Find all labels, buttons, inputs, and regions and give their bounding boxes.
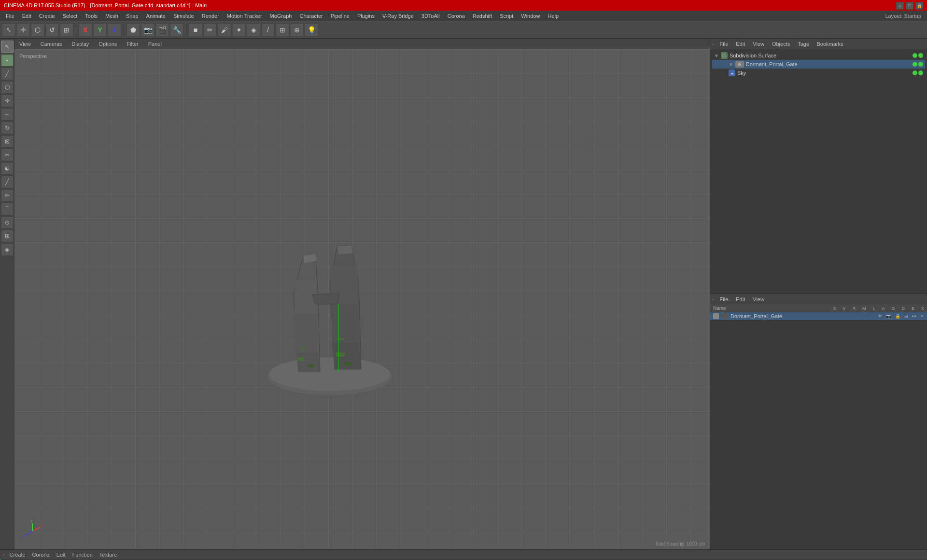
menu-animate[interactable]: Animate — [142, 12, 169, 20]
toolbar-light-btn[interactable]: 💡 — [305, 23, 318, 37]
sidebar-grid2-btn[interactable]: ⊞ — [1, 230, 14, 242]
viewport-tab-display[interactable]: Display — [69, 40, 92, 48]
attr-icon-render[interactable]: 📷 — [886, 314, 891, 319]
obj-tab-objects[interactable]: Objects — [770, 40, 792, 48]
tl-tab-texture[interactable]: Texture — [98, 551, 119, 559]
viewport[interactable]: Perspective — [14, 49, 710, 549]
sidebar-line-btn[interactable]: ╱ — [1, 176, 14, 188]
toolbar-x-btn[interactable]: X — [79, 23, 92, 37]
toolbar-obj-btn[interactable]: ⬟ — [126, 23, 140, 37]
attr-row-dormant[interactable]: Dormant_Portal_Gate 👁 📷 🔒 ⊞ ••• ✕ — [710, 312, 927, 321]
menu-render[interactable]: Render — [198, 12, 223, 20]
toolbar-grid-btn[interactable]: ⊞ — [276, 23, 289, 37]
menu-corona[interactable]: Corona — [444, 12, 469, 20]
viewport-tab-filter[interactable]: Filter — [124, 40, 141, 48]
toolbar-brush-btn[interactable]: ✏ — [203, 23, 217, 37]
toolbar-scale-btn[interactable]: ⬡ — [31, 23, 44, 37]
svg-text:Z: Z — [22, 534, 24, 539]
menu-script[interactable]: Script — [496, 12, 517, 20]
sidebar-magnet-btn[interactable]: ☯ — [1, 162, 14, 175]
sidebar-rotate-btn[interactable]: ↻ — [1, 122, 14, 134]
attr-icon-x[interactable]: ✕ — [920, 314, 924, 319]
obj-tab-bookmarks[interactable]: Bookmarks — [815, 40, 845, 48]
attr-icon-more[interactable]: ⊞ — [904, 314, 908, 319]
sidebar-edges-btn[interactable]: ╱ — [1, 68, 14, 80]
toolbar-render2-btn[interactable]: 🎬 — [155, 23, 169, 37]
attr-tab-view[interactable]: View — [751, 295, 766, 303]
col-e: E — [912, 306, 914, 311]
menu-tools[interactable]: Tools — [81, 12, 101, 20]
menu-character[interactable]: Character — [295, 12, 326, 20]
viewport-tab-cameras[interactable]: Cameras — [38, 40, 65, 48]
sidebar-points-btn[interactable]: ▪ — [1, 54, 14, 67]
sidebar-grid3-btn[interactable]: ◈ — [1, 243, 14, 256]
menu-mograph[interactable]: MoGraph — [266, 12, 296, 20]
toolbar-z-btn[interactable]: Z — [108, 23, 121, 37]
menu-help[interactable]: Help — [544, 12, 562, 20]
toolbar-fx-btn[interactable]: ✦ — [232, 23, 246, 37]
perspective-label: Perspective — [19, 53, 47, 59]
menu-select[interactable]: Select — [59, 12, 82, 20]
obj-tab-file[interactable]: File — [718, 40, 730, 48]
sidebar-spline-btn[interactable]: ⌒ — [1, 203, 14, 215]
menu-create[interactable]: Create — [35, 12, 59, 20]
attr-manager-content: Name S V R M L A G D E X — [710, 305, 927, 549]
sidebar-move-btn[interactable]: ✛ — [1, 95, 14, 107]
menu-file[interactable]: File — [2, 12, 18, 20]
toolbar-rotate-btn[interactable]: ↺ — [45, 23, 59, 37]
sidebar-knife-btn[interactable]: ✂ — [1, 149, 14, 161]
attr-icon-dots[interactable]: ••• — [912, 314, 916, 319]
menu-plugins[interactable]: Plugins — [353, 12, 379, 20]
toolbar-transform-btn[interactable]: ⊞ — [60, 23, 73, 37]
menu-motiontracker[interactable]: Motion Tracker — [223, 12, 266, 20]
obj-row-dormant[interactable]: ▼ ▼ ⊙ Dormant_Portal_Gate — [712, 60, 925, 69]
menu-3dtoall[interactable]: 3DToAll — [418, 12, 444, 20]
sidebar-pen-btn[interactable]: ✏ — [1, 189, 14, 202]
toolbar-render3-btn[interactable]: 🔧 — [170, 23, 183, 37]
toolbar-move-btn[interactable]: ✛ — [16, 23, 30, 37]
menu-vraybridge[interactable]: V-Ray Bridge — [379, 12, 418, 20]
menu-pipeline[interactable]: Pipeline — [327, 12, 353, 20]
menu-window[interactable]: Window — [517, 12, 544, 20]
obj-tab-edit[interactable]: Edit — [734, 40, 747, 48]
toolbar-deform-btn[interactable]: ⊕ — [290, 23, 304, 37]
toolbar-y-btn[interactable]: Y — [93, 23, 107, 37]
sidebar-select-btn[interactable]: ↖ — [1, 41, 14, 53]
viewport-tab-options[interactable]: Options — [96, 40, 120, 48]
col-v: V — [843, 306, 845, 311]
attr-icon-eye[interactable]: 👁 — [878, 314, 882, 319]
viewport-maximize-btn[interactable]: □ — [906, 2, 913, 10]
viewport-lock-btn[interactable]: 🔒 — [915, 2, 923, 10]
viewport-tab-panel[interactable]: Panel — [145, 40, 165, 48]
obj-row-subdivision[interactable]: ▼ ⬡ Subdivision Surface — [712, 51, 925, 60]
viewport-expand-btn[interactable]: ↔ — [896, 2, 904, 10]
attr-icon-lock[interactable]: 🔒 — [895, 314, 900, 319]
viewport-tab-view[interactable]: View — [16, 40, 34, 48]
menu-simulate[interactable]: Simulate — [169, 12, 198, 20]
toolbar-knife-btn[interactable]: / — [261, 23, 275, 37]
tl-tab-function[interactable]: Function — [70, 551, 95, 559]
obj-tab-view[interactable]: View — [751, 40, 766, 48]
toolbar-cursor-btn[interactable]: ↖ — [2, 23, 15, 37]
menu-edit[interactable]: Edit — [18, 12, 35, 20]
sidebar-poly-btn[interactable]: ⬡ — [1, 81, 14, 94]
toolbar-paint-btn[interactable]: 🖌 — [218, 23, 231, 37]
tl-tab-edit[interactable]: Edit — [55, 551, 68, 559]
attr-tab-file[interactable]: File — [718, 295, 730, 303]
toolbar-sym-btn[interactable]: ◈ — [247, 23, 260, 37]
col-s: S — [833, 306, 836, 311]
menu-mesh[interactable]: Mesh — [101, 12, 122, 20]
menu-redshift[interactable]: Redshift — [469, 12, 496, 20]
sidebar-transform-btn[interactable]: ⊠ — [1, 135, 14, 148]
obj-row-sky[interactable]: ▼ ☁ Sky — [712, 69, 925, 77]
tl-tab-corona[interactable]: Corona — [30, 551, 52, 559]
obj-name-subdivision: Subdivision Surface — [730, 53, 776, 58]
menu-snap[interactable]: Snap — [122, 12, 142, 20]
obj-tab-tags[interactable]: Tags — [796, 40, 811, 48]
attr-tab-edit[interactable]: Edit — [734, 295, 747, 303]
tl-tab-create[interactable]: Create — [8, 551, 28, 559]
toolbar-render-btn[interactable]: 📷 — [141, 23, 154, 37]
sidebar-scale-btn[interactable]: ↔ — [1, 108, 14, 121]
toolbar-cube-btn[interactable]: ■ — [189, 23, 202, 37]
sidebar-loop-btn[interactable]: ⊙ — [1, 216, 14, 229]
